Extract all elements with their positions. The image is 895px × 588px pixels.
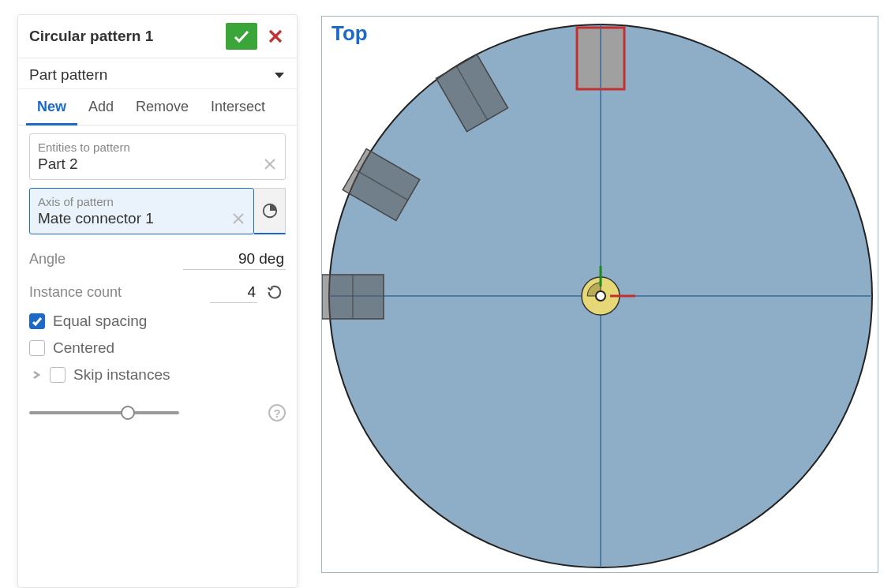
equal-spacing-label: Equal spacing: [53, 313, 147, 330]
close-icon: [268, 29, 283, 43]
skip-instances-label: Skip instances: [73, 366, 170, 384]
help-button[interactable]: ?: [268, 404, 286, 421]
check-icon: [232, 27, 251, 46]
instance-count-input[interactable]: [210, 282, 257, 303]
pattern-type-label: Part pattern: [29, 66, 275, 84]
pattern-type-dropdown[interactable]: Part pattern: [18, 58, 297, 89]
dialog-header: Circular pattern 1: [18, 15, 297, 58]
instance-count-row: Instance count: [29, 275, 286, 308]
accept-button[interactable]: [226, 23, 257, 50]
skip-instances-row[interactable]: Skip instances: [29, 361, 286, 388]
opacity-slider[interactable]: [29, 411, 179, 414]
feature-dialog: Circular pattern 1 Part pattern New Add …: [17, 14, 298, 588]
tab-new[interactable]: New: [26, 89, 77, 125]
instance-count-label: Instance count: [29, 284, 210, 301]
centered-label: Centered: [53, 339, 114, 357]
flip-direction-button[interactable]: [264, 281, 286, 303]
tab-add[interactable]: Add: [77, 89, 125, 125]
viewport-canvas: [322, 17, 879, 574]
graphics-viewport[interactable]: Top: [321, 16, 878, 573]
clear-axis-icon[interactable]: [231, 212, 245, 226]
flip-icon: [266, 283, 283, 301]
chevron-down-icon: [275, 73, 284, 78]
cancel-button[interactable]: [262, 23, 289, 50]
clear-entities-icon[interactable]: [263, 157, 277, 171]
angle-label: Angle: [29, 251, 183, 268]
entities-label: Entities to pattern: [38, 140, 277, 154]
axis-value: Mate connector 1: [38, 210, 231, 227]
mate-connector-icon: [261, 202, 279, 219]
check-icon: [32, 316, 43, 327]
axis-field[interactable]: Axis of pattern Mate connector 1: [29, 188, 254, 234]
help-icon: ?: [273, 406, 280, 420]
dialog-footer: ?: [18, 391, 297, 433]
angle-input[interactable]: [183, 249, 286, 270]
angle-row: Angle: [29, 242, 286, 275]
expand-skip-icon[interactable]: [29, 368, 43, 382]
tab-remove[interactable]: Remove: [125, 89, 200, 125]
skip-instances-checkbox[interactable]: [50, 367, 66, 383]
svg-point-11: [596, 291, 605, 301]
tab-intersect[interactable]: Intersect: [200, 89, 276, 125]
axis-label: Axis of pattern: [38, 195, 245, 208]
dialog-title: Circular pattern 1: [29, 28, 226, 45]
slider-thumb[interactable]: [121, 406, 135, 420]
centered-checkbox[interactable]: [29, 340, 45, 356]
mate-connector-button[interactable]: [254, 188, 286, 234]
entities-field[interactable]: Entities to pattern Part 2: [29, 133, 286, 180]
entities-value: Part 2: [38, 155, 263, 173]
equal-spacing-checkbox[interactable]: [29, 313, 45, 329]
boolean-tabs: New Add Remove Intersect: [18, 89, 297, 125]
equal-spacing-row[interactable]: Equal spacing: [29, 308, 286, 335]
centered-row[interactable]: Centered: [29, 335, 286, 361]
view-orientation-label: Top: [331, 21, 368, 46]
